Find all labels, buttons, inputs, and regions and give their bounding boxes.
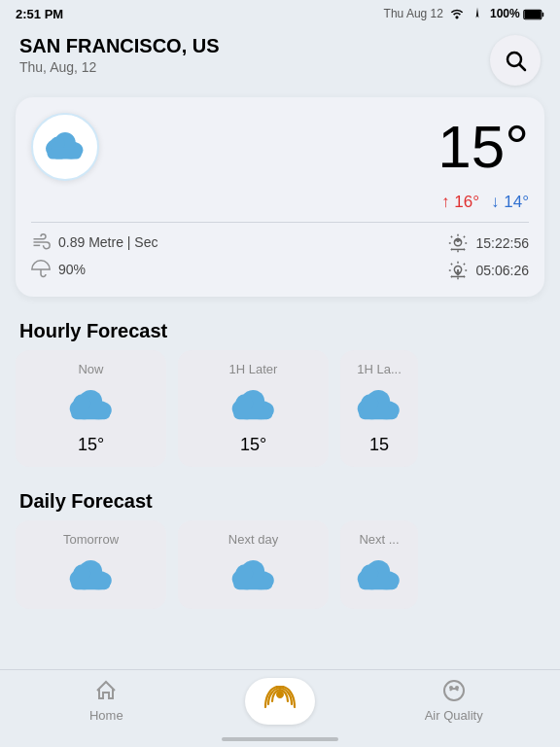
daily-time-1: Next day — [228, 532, 278, 547]
weather-icon-circle — [31, 113, 99, 181]
header: SAN FRANCISCO, US Thu, Aug, 12 — [0, 27, 560, 97]
daily-section-header: Daily Forecast — [0, 482, 560, 520]
header-date: Thu, Aug, 12 — [19, 59, 220, 75]
svg-rect-22 — [233, 408, 272, 419]
sun-times: 15:22:56 05:06:26 — [447, 232, 530, 281]
current-temp: 15° — [438, 117, 529, 177]
airquality-icon — [442, 679, 466, 706]
sunrise-row: 15:22:56 — [447, 232, 530, 254]
svg-point-44 — [456, 687, 458, 689]
search-button[interactable] — [490, 35, 541, 86]
home-icon — [94, 679, 118, 706]
svg-rect-27 — [359, 408, 398, 419]
svg-rect-10 — [48, 149, 82, 160]
low-temp: ↓ 14° — [491, 193, 529, 212]
hourly-card-2: 1H La... 15 — [340, 350, 418, 467]
status-time: 2:51 PM — [16, 7, 63, 21]
svg-rect-32 — [71, 578, 110, 589]
battery-icon: 100% — [490, 7, 544, 20]
day-label: Thu Aug 12 — [384, 7, 443, 20]
daily-card-2: Next ... — [340, 520, 418, 609]
svg-rect-37 — [233, 578, 272, 589]
daily-scroll: Tomorrow Next day Next ... — [0, 520, 560, 624]
tab-radar[interactable] — [193, 678, 368, 725]
daily-card-0: Tomorrow — [16, 520, 166, 609]
hourly-time-1: 1H Later — [229, 362, 278, 376]
current-weather-card: 15° ↑ 16° ↓ 14° 0.89 Metre | Sec — [16, 97, 544, 297]
hourly-temp-0: 15° — [78, 435, 104, 455]
hourly-temp-1: 15° — [240, 435, 266, 455]
city-name: SAN FRANCISCO, US — [19, 35, 220, 57]
sunset-row: 05:06:26 — [447, 260, 530, 281]
hourly-scroll: Now 15° 1H Later 15° 1H La... — [0, 350, 560, 482]
search-icon — [504, 49, 527, 72]
svg-rect-3 — [542, 12, 544, 17]
tab-airquality-label: Air Quality — [425, 708, 483, 723]
temperature-display: 15° — [438, 117, 529, 177]
detail-col-left: 0.89 Metre | Sec 90% — [31, 232, 158, 281]
daily-card-1: Next day — [178, 520, 329, 609]
cloud-icon-daily-1 — [228, 554, 279, 597]
current-top: 15° — [31, 113, 529, 181]
cloud-icon-daily-0 — [66, 554, 117, 597]
hourly-card-1: 1H Later 15° — [178, 350, 329, 467]
arrow-up-icon: ↑ — [441, 193, 450, 211]
tab-bar: Home Air Quality — [0, 669, 560, 747]
tab-airquality[interactable]: Air Quality — [367, 679, 541, 723]
svg-rect-17 — [71, 408, 110, 419]
humidity-row: 90% — [31, 260, 158, 279]
daily-time-0: Tomorrow — [63, 532, 119, 547]
cloud-icon-hourly-2 — [354, 384, 404, 427]
cloud-icon-hourly-1 — [228, 384, 279, 427]
svg-marker-0 — [476, 7, 479, 18]
location-info: SAN FRANCISCO, US Thu, Aug, 12 — [19, 35, 220, 75]
high-low: ↑ 16° ↓ 14° — [31, 193, 529, 212]
home-indicator — [222, 737, 338, 741]
radar-icon — [264, 692, 296, 716]
divider — [31, 222, 529, 223]
cloud-icon-daily-2 — [354, 554, 404, 597]
wind-icon — [31, 232, 51, 252]
svg-rect-42 — [359, 578, 398, 589]
hourly-card-0: Now 15° — [16, 350, 166, 467]
hourly-temp-2: 15 — [369, 435, 389, 455]
wifi-icon — [449, 6, 465, 22]
umbrella-icon — [31, 260, 51, 279]
svg-line-5 — [520, 65, 526, 71]
svg-point-43 — [450, 687, 452, 689]
high-temp: ↑ 16° — [441, 193, 479, 212]
signal-icon — [471, 6, 484, 22]
tab-radar-pill — [245, 678, 315, 725]
sunset-icon — [447, 260, 469, 281]
weather-details-row: 0.89 Metre | Sec 90% 15:22:56 — [31, 232, 529, 281]
wind-row: 0.89 Metre | Sec — [31, 232, 158, 252]
status-bar: 2:51 PM Thu Aug 12 100% — [0, 0, 560, 27]
arrow-down-icon: ↓ — [491, 193, 500, 211]
svg-rect-2 — [525, 11, 542, 18]
hourly-section-header: Hourly Forecast — [0, 312, 560, 350]
sunrise-time: 15:22:56 — [476, 235, 530, 251]
hourly-time-0: Now — [78, 362, 103, 376]
tab-home-label: Home — [89, 708, 123, 723]
cloud-icon-large — [43, 127, 88, 166]
wind-speed: 0.89 Metre | Sec — [58, 234, 158, 250]
sunrise-icon — [447, 232, 469, 254]
tab-home[interactable]: Home — [19, 679, 193, 723]
daily-time-2: Next ... — [359, 532, 399, 547]
cloud-icon-hourly-0 — [66, 384, 117, 427]
humidity-value: 90% — [58, 262, 86, 277]
sunset-time: 05:06:26 — [476, 263, 530, 278]
status-icons: Thu Aug 12 100% — [384, 6, 544, 22]
hourly-time-2: 1H La... — [357, 362, 402, 376]
